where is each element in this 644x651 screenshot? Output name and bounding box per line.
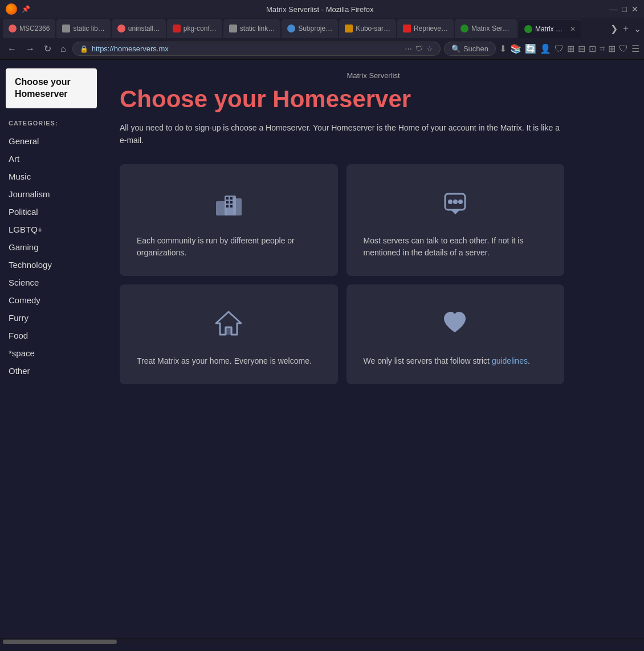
federated-icon bbox=[439, 187, 471, 223]
security-ext-icon[interactable]: 🛡 bbox=[619, 44, 628, 54]
tab-subproje[interactable]: Subproje… bbox=[282, 19, 338, 38]
back-button[interactable]: ← bbox=[5, 42, 19, 56]
tab-favicon bbox=[173, 25, 181, 32]
sync-icon[interactable]: 🔄 bbox=[525, 43, 536, 54]
home-button[interactable]: ⌂ bbox=[58, 42, 69, 56]
info-card-safe: We only list servers that follow strict … bbox=[347, 284, 565, 384]
sidebar-item-general[interactable]: General bbox=[0, 132, 103, 150]
address-bar[interactable]: 🔒 https://homeservers.mx ⋯ 🛡 ☆ bbox=[72, 42, 441, 56]
sidebar-item-furry[interactable]: Furry bbox=[0, 309, 103, 327]
menu-button[interactable]: ☰ bbox=[631, 43, 639, 54]
guidelines-link[interactable]: guidelines bbox=[492, 356, 528, 365]
shield-icon[interactable]: 🛡 bbox=[555, 44, 564, 54]
close-button[interactable]: ✕ bbox=[631, 5, 638, 14]
grid-icon[interactable]: ⊟ bbox=[578, 43, 585, 54]
sidebar: Choose your Homeserver Categories: Gener… bbox=[0, 60, 103, 638]
tab-favicon bbox=[460, 25, 468, 32]
security-icon: 🔒 bbox=[80, 45, 88, 53]
tab-msc2366[interactable]: MSC2366 bbox=[3, 19, 55, 38]
tab-groups-icon[interactable]: ⊞ bbox=[608, 43, 616, 54]
avatar-icon[interactable]: 👤 bbox=[540, 43, 551, 54]
svg-rect-3 bbox=[226, 197, 229, 200]
reader-mode-icon[interactable]: ⋯ bbox=[405, 44, 412, 53]
tab-list-button[interactable]: ❯ bbox=[610, 23, 618, 34]
sidebar-item-space[interactable]: *space bbox=[0, 344, 103, 362]
horizontal-scrollbar[interactable] bbox=[0, 638, 644, 645]
tab-favicon bbox=[345, 25, 353, 32]
reload-button[interactable]: ↻ bbox=[41, 42, 54, 56]
sidebar-item-art[interactable]: Art bbox=[0, 150, 103, 168]
nav-bar: ← → ↻ ⌂ 🔒 https://homeservers.mx ⋯ 🛡 ☆ 🔍… bbox=[0, 39, 644, 59]
tab-favicon bbox=[229, 25, 237, 32]
tab-static-link[interactable]: static link… bbox=[223, 19, 280, 38]
info-cards-grid: Each community is run by different peopl… bbox=[120, 164, 564, 384]
sidebar-item-other[interactable]: Other bbox=[0, 362, 103, 380]
tab-favicon bbox=[287, 25, 295, 32]
maximize-button[interactable]: □ bbox=[622, 5, 627, 14]
svg-point-11 bbox=[453, 200, 458, 204]
tabs-bar: MSC2366 static lib… uninstall… pkg-conf…… bbox=[0, 18, 644, 39]
extensions-icon[interactable]: ⊞ bbox=[567, 43, 574, 54]
tab-matrix-se-active[interactable]: Matrix Se… ✕ bbox=[519, 19, 581, 38]
tab-favicon bbox=[117, 25, 125, 32]
firefox-logo bbox=[6, 3, 17, 15]
tabs-end-controls: ❯ ＋ ⌄ bbox=[610, 23, 641, 35]
svg-rect-8 bbox=[230, 205, 233, 207]
home-icon bbox=[213, 307, 244, 344]
info-card-federated: Most servers can talk to each other. If … bbox=[347, 164, 565, 276]
tab-close-button[interactable]: ✕ bbox=[570, 25, 576, 33]
pocket-icon[interactable]: 🛡 bbox=[415, 44, 423, 53]
tab-favicon bbox=[9, 25, 17, 32]
sidebar-item-journalism[interactable]: Journalism bbox=[0, 185, 103, 203]
svg-rect-14 bbox=[225, 327, 233, 335]
minimize-button[interactable]: — bbox=[610, 5, 618, 14]
tab-favicon bbox=[524, 25, 532, 33]
address-icons: ⋯ 🛡 ☆ bbox=[405, 44, 433, 53]
svg-point-12 bbox=[458, 200, 463, 204]
tab-reprieve[interactable]: Reprieve… bbox=[397, 19, 454, 38]
sidebar-item-gaming[interactable]: Gaming bbox=[0, 238, 103, 256]
sidebar-item-science[interactable]: Science bbox=[0, 274, 103, 291]
tab-favicon bbox=[403, 25, 411, 32]
downloads-icon[interactable]: ⬇ bbox=[499, 43, 507, 54]
sidebar-item-lgbtq[interactable]: LGBTQ+ bbox=[0, 221, 103, 238]
tab-uninstall[interactable]: uninstall… bbox=[112, 19, 166, 38]
forward-button[interactable]: → bbox=[23, 42, 38, 56]
search-placeholder: Suchen bbox=[463, 44, 488, 53]
bookmark-icon[interactable]: ☆ bbox=[426, 44, 433, 53]
tab-matrix-serv[interactable]: Matrix Serv… bbox=[455, 19, 517, 38]
info-card-community: Each community is run by different peopl… bbox=[120, 164, 338, 276]
tab-static-lib[interactable]: static lib… bbox=[56, 19, 110, 38]
sidebar-item-music[interactable]: Music bbox=[0, 168, 103, 185]
tab-kubo-sar[interactable]: Kubo-sar… bbox=[339, 19, 396, 38]
sidebar-icon[interactable]: ⊡ bbox=[589, 43, 596, 54]
svg-rect-2 bbox=[233, 198, 242, 215]
sidebar-item-technology[interactable]: Technology bbox=[0, 256, 103, 274]
community-card-text: Each community is run by different peopl… bbox=[137, 235, 321, 259]
sidebar-card: Choose your Homeserver bbox=[6, 68, 97, 108]
sidebar-item-political[interactable]: Political bbox=[0, 203, 103, 221]
dev-tools-icon[interactable]: ⌗ bbox=[600, 44, 605, 54]
nav-toolbar: ⬇ 📚 🔄 👤 🛡 ⊞ ⊟ ⊡ ⌗ ⊞ 🛡 ☰ bbox=[499, 43, 639, 54]
sidebar-item-food[interactable]: Food bbox=[0, 327, 103, 344]
page-wrapper: Choose your Homeserver Categories: Gener… bbox=[0, 60, 644, 638]
sidebar-item-comedy[interactable]: Comedy bbox=[0, 291, 103, 309]
search-bar[interactable]: 🔍 Suchen bbox=[444, 42, 496, 56]
window-title: Matrix Serverlist - Mozilla Firefox bbox=[30, 5, 610, 14]
new-tab-button[interactable]: ＋ bbox=[621, 23, 630, 35]
library-icon[interactable]: 📚 bbox=[510, 43, 521, 54]
tab-menu-button[interactable]: ⌄ bbox=[634, 23, 641, 34]
community-icon bbox=[213, 187, 244, 223]
pin-icon: 📌 bbox=[22, 5, 30, 13]
home-card-text: Treat Matrix as your home. Everyone is w… bbox=[137, 355, 321, 367]
scrollbar-thumb[interactable] bbox=[3, 640, 117, 644]
title-bar: 📌 Matrix Serverlist - Mozilla Firefox — … bbox=[0, 0, 644, 18]
sidebar-card-title: Choose your Homeserver bbox=[15, 77, 71, 99]
info-card-home: Treat Matrix as your home. Everyone is w… bbox=[120, 284, 338, 384]
svg-point-10 bbox=[448, 200, 453, 204]
safe-card-text: We only list servers that follow strict … bbox=[364, 355, 548, 367]
search-icon: 🔍 bbox=[451, 44, 460, 53]
categories-label: Categories: bbox=[0, 120, 103, 132]
page-subtitle: Matrix Serverlist bbox=[120, 71, 627, 80]
tab-pkg-conf[interactable]: pkg-conf… bbox=[167, 19, 222, 38]
